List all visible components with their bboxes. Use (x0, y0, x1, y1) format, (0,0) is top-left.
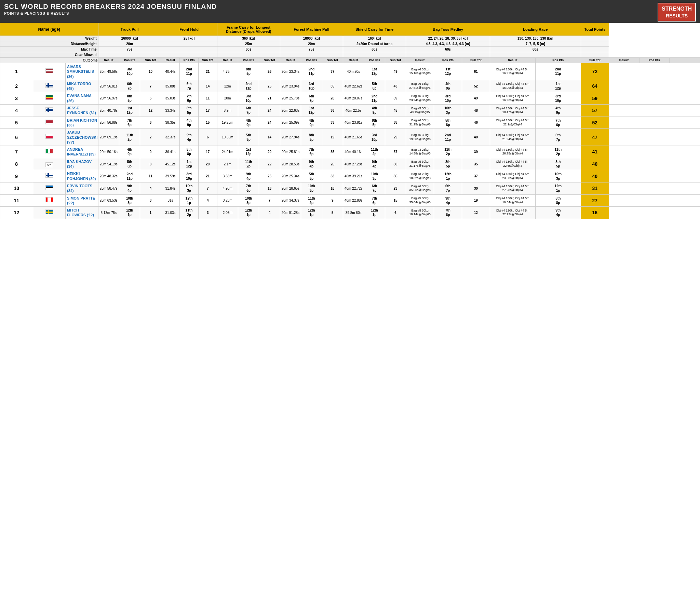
shield-pos: 6th7p (364, 182, 385, 194)
athlete-name: MIKA TÖRRO (45) (66, 80, 98, 92)
truck-pos: 9th4p (119, 182, 140, 194)
flag (33, 129, 66, 146)
truck-result: 20m 50.16s (98, 146, 119, 158)
shield-result: 40m 23.81s (343, 117, 364, 129)
frame-result: 24.91m (217, 146, 238, 158)
bag-sub: 12 (462, 207, 490, 219)
weight-label: Weight (0, 36, 98, 41)
athlete-name: JAKUB SZCZECHOWSKI (??) (66, 129, 98, 146)
sh-st1: Sub Tot (140, 57, 161, 63)
shield-sub: 49 (385, 63, 406, 80)
shield-pos: 2nd11p (364, 92, 385, 105)
sh-r1: Result (98, 57, 119, 63)
frame-pos: 9th4p (238, 170, 259, 182)
loading-pos: 12th1p (535, 182, 581, 194)
front-sub: 14 (198, 80, 217, 92)
front-result: 32.37s (161, 129, 180, 146)
shield-result: 40m 20.07s (343, 92, 364, 105)
truck-result: 20m 63.53s (98, 194, 119, 207)
rank: 3 (0, 92, 33, 105)
shield-pos: 12th1p (364, 207, 385, 219)
athlete-name: HEIKKI POHJONEN (30) (66, 170, 98, 182)
bag-sub: 49 (462, 92, 490, 105)
forest-result: 20m 25.78s (280, 92, 301, 105)
loading-result: Obj #4 130kg Obj #4 5m 22.1s@Obj#4 (490, 117, 535, 129)
front-sub: 11 (198, 92, 217, 105)
front-result: 35.88s (161, 80, 180, 92)
athlete-name: MITCH FLOWERS (??) (66, 207, 98, 219)
frame-result: 4.75m (217, 63, 238, 80)
frame-pos: 12th1p (238, 207, 259, 219)
bag-result: Bag #6 35kg 35.56s@Bag#6 (406, 182, 434, 194)
table-row: 4 JESSE PYNNÖNEN (31) 20m 40.78s 1st12p … (0, 105, 700, 117)
shield-result: 40m 39.21s (343, 170, 364, 182)
weight-row: Weight 26000 [kg] 25 [kg] 360 [kg] 18000… (0, 36, 700, 41)
truck-pos: 4th9p (119, 146, 140, 158)
rank: 6 (0, 129, 33, 146)
sh-st5: Sub Tot (385, 57, 406, 63)
bag-sub: 46 (462, 117, 490, 129)
logo: STRENGTH RESULTS (658, 3, 696, 22)
bag-sub: 30 (462, 182, 490, 194)
sh-pp2: Pos Pts (180, 57, 199, 63)
rank: 1 (0, 63, 33, 80)
frame-result: 19.25m (217, 117, 238, 129)
truck-sub: 4 (140, 182, 161, 194)
shield-pos: 5th8p (364, 80, 385, 92)
sh-pp6: Pos Pts (434, 57, 462, 63)
truck-pos: 10th3p (119, 194, 140, 207)
front-pos: 2nd11p (180, 63, 199, 80)
truck-sub: 8 (140, 158, 161, 170)
loading-result: Obj #4 130kg Obj #4 5m 23.68s@Obj#4 (490, 170, 535, 182)
dist-front (161, 41, 217, 46)
truck-pos: 6th7p (119, 80, 140, 92)
athlete-name: SIMON PRATTE (??) (66, 194, 98, 207)
bag-sub: 39 (462, 146, 490, 158)
front-pos: 10th3p (180, 182, 199, 194)
truck-pos: 1st12p (119, 105, 140, 117)
sh-r3: Result (217, 57, 238, 63)
forest-sub: 33 (322, 170, 343, 182)
table-row: 9 HEIKKI POHJONEN (30) 20m 48.32s 2nd11p… (0, 170, 700, 182)
truck-result: 5.13m 75s (98, 207, 119, 219)
front-pos: 8th5p (180, 105, 199, 117)
forest-sub: 9 (322, 194, 343, 207)
front-pos: 3rd10p (180, 170, 199, 182)
sh-r5: Result (343, 57, 364, 63)
total-points: 16 (581, 207, 609, 219)
shield-sub: 43 (385, 80, 406, 92)
frame-sub: 7 (259, 194, 280, 207)
rank: 11 (0, 194, 33, 207)
maxtime-row: Max Time 75s 60s 75s 60s 60s 60s (0, 46, 700, 52)
front-result: 33.34s (161, 105, 180, 117)
truck-pos: 5th8p (119, 158, 140, 170)
front-pos: 7th6p (180, 92, 199, 105)
sh-pp7: Pos Pts (535, 57, 581, 63)
sh-pp5: Pos Pts (364, 57, 385, 63)
shield-result: 40m 27.28s (343, 158, 364, 170)
col-front-hold: Front Hold (161, 23, 217, 36)
weight-shield: 160 [kg] (343, 36, 406, 41)
front-sub: 17 (198, 105, 217, 117)
mt-forest: 75s (280, 46, 343, 52)
shield-pos: 3rd10p (364, 129, 385, 146)
bag-pos: 11th2p (434, 146, 462, 158)
total-points: 40 (581, 158, 609, 170)
dist-total (581, 41, 609, 46)
loading-result: Obj #4 130kg Obj #4 5m 26.75s@Obj#4 (490, 146, 535, 158)
mt-frame: 60s (217, 46, 280, 52)
frame-pos: 11th2p (238, 158, 259, 170)
bag-sub: 37 (462, 170, 490, 182)
front-pos: 1st12p (180, 158, 199, 170)
frame-sub: 26 (259, 63, 280, 80)
flag (33, 182, 66, 194)
frame-pos: 5th8p (238, 129, 259, 146)
table-row: 3 EVANS NANA (26) 20m 56.97s 8th5p 5 35.… (0, 92, 700, 105)
truck-sub: 10 (140, 63, 161, 80)
bag-sub: 35 (462, 158, 490, 170)
frame-result: 3.23m (217, 194, 238, 207)
athlete-name: ERVIN TOOTS (34) (66, 182, 98, 194)
loading-pos: 1st12p (535, 80, 581, 92)
forest-sub: 26 (322, 158, 343, 170)
shield-pos: 11th2p (364, 146, 385, 158)
